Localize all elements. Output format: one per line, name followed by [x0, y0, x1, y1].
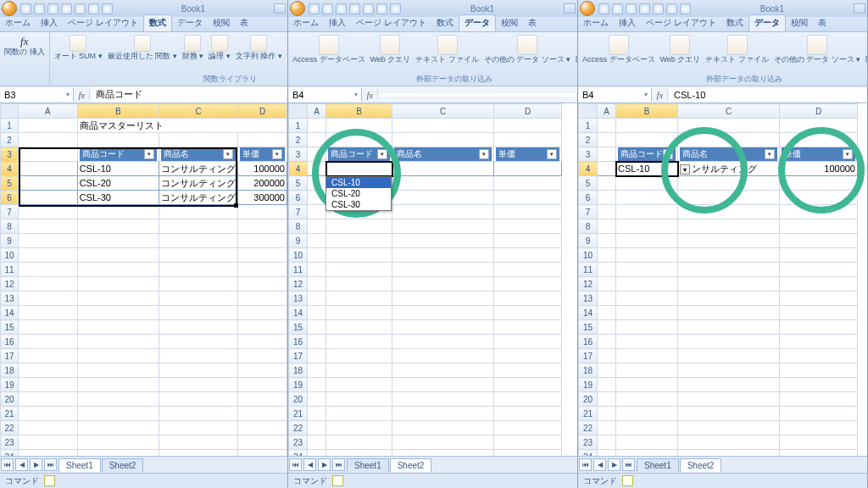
col-header-c[interactable]: C	[678, 104, 780, 119]
tab-home[interactable]: ホーム	[0, 15, 36, 31]
select-all-corner[interactable]	[1, 104, 19, 119]
formula-input[interactable]: CSL-10	[669, 88, 866, 102]
from-access-button[interactable]: Access データベース	[581, 34, 657, 64]
other-sources-button[interactable]: その他の データ ソース ▾	[772, 34, 863, 64]
logical-button[interactable]: 論理 ▾	[207, 34, 232, 61]
fx-icon[interactable]: fx	[363, 90, 378, 100]
tab-home[interactable]: ホーム	[288, 15, 324, 31]
table-header-name[interactable]: 商品名▾	[678, 147, 780, 162]
tab-formulas[interactable]: 数式	[143, 14, 172, 31]
cell-b5[interactable]: CSL-20	[77, 176, 159, 191]
from-text-button[interactable]: テキスト ファイル	[704, 34, 771, 64]
dropdown-option[interactable]: CSL-10	[326, 177, 391, 188]
col-header-d[interactable]: D	[494, 104, 562, 119]
formula-input[interactable]	[379, 93, 576, 97]
cell-d4[interactable]	[494, 162, 562, 176]
tab-layout[interactable]: ページ レイアウト	[641, 15, 721, 31]
autosum-button[interactable]: オート SUM ▾	[53, 34, 104, 61]
table-header-code[interactable]: 商品コード▾	[326, 147, 392, 162]
cell-c4[interactable]: コンサルティング	[159, 162, 238, 176]
cell-b6[interactable]: CSL-30	[77, 191, 159, 205]
insert-function-button[interactable]: fx関数の 挿入	[3, 34, 47, 57]
table-header-price[interactable]: 単価▾	[494, 147, 562, 162]
name-box[interactable]: B4	[579, 88, 652, 102]
table-header-name[interactable]: 商品名▾	[392, 147, 494, 162]
sheet-nav-last[interactable]: ⏭	[44, 458, 57, 471]
formula-input[interactable]: 商品コード	[91, 86, 287, 103]
table-header-name[interactable]: 商品名▾	[159, 147, 238, 162]
sheet-nav-prev[interactable]: ◀	[15, 458, 28, 471]
sheet-nav-prev[interactable]: ◀	[303, 458, 316, 471]
filter-dropdown-icon[interactable]: ▾	[144, 149, 154, 159]
cell-d4[interactable]: 100000	[238, 162, 287, 176]
filter-dropdown-icon[interactable]: ▾	[547, 149, 557, 159]
filter-dropdown-icon[interactable]: ▾	[843, 149, 853, 159]
filter-dropdown-icon[interactable]: ▾	[663, 149, 673, 159]
data-validation-dropdown-list[interactable]: CSL-10 CSL-20 CSL-30	[326, 176, 392, 211]
tab-layout[interactable]: ページ レイアウト	[63, 15, 143, 31]
sheet-tab-sheet1[interactable]: Sheet1	[347, 458, 389, 472]
ribbon-tabs[interactable]: ホーム 挿入 ページ レイアウト 数式 データ 校閲 表	[0, 17, 287, 32]
tab-data[interactable]: データ	[459, 14, 496, 31]
sheet-nav-first[interactable]: ⏮	[1, 458, 14, 471]
macro-record-icon[interactable]	[622, 475, 633, 486]
sheet-tab-sheet2[interactable]: Sheet2	[390, 458, 432, 472]
existing-conn-button[interactable]: 既存の 接続	[574, 34, 577, 64]
col-header-a[interactable]: A	[19, 104, 77, 119]
table-header-code[interactable]: 商品コード▾	[77, 147, 159, 162]
ribbon-tabs[interactable]: ホーム 挿入 ページ レイアウト 数式 データ 校閲 表	[578, 17, 867, 32]
sheet-nav-next[interactable]: ▶	[318, 458, 331, 471]
dropdown-option[interactable]: CSL-30	[326, 199, 391, 210]
cell-b4[interactable]: CSL-10	[616, 162, 678, 176]
col-header-b[interactable]: B	[77, 104, 159, 119]
filter-dropdown-icon[interactable]: ▾	[272, 149, 282, 159]
financial-button[interactable]: 財務 ▾	[181, 34, 206, 61]
sheet-nav-first[interactable]: ⏮	[579, 458, 592, 471]
tab-home[interactable]: ホーム	[578, 15, 614, 31]
quick-access-toolbar[interactable]	[598, 3, 691, 14]
sheet-nav-next[interactable]: ▶	[608, 458, 620, 471]
sheet-nav-last[interactable]: ⏭	[332, 458, 345, 471]
fx-icon[interactable]: fx	[653, 90, 668, 100]
tab-formulas[interactable]: 数式	[431, 15, 459, 31]
from-web-button[interactable]: Web クエリ	[659, 34, 703, 64]
cell-d4[interactable]: 100000	[780, 162, 858, 176]
macro-record-icon[interactable]	[44, 475, 55, 486]
date-button[interactable]: 日付/時刻 ▾	[286, 34, 287, 61]
cell-c4[interactable]: ▾ンサルティング	[678, 162, 780, 176]
sheet-tab-bar[interactable]: ⏮ ◀ ▶ ⏭ Sheet1 Sheet2	[0, 456, 287, 473]
tab-view[interactable]: 表	[523, 15, 542, 31]
filter-dropdown-icon[interactable]: ▾	[479, 149, 489, 159]
sheet-tab-bar[interactable]: ⏮ ◀ ▶ ⏭ Sheet1 Sheet2	[288, 456, 577, 473]
cell-b4-active[interactable]: ▾	[326, 162, 392, 176]
office-button[interactable]	[290, 1, 305, 16]
sheet-nav-first[interactable]: ⏮	[289, 458, 302, 471]
tab-insert[interactable]: 挿入	[324, 15, 351, 31]
sheet-tab-sheet1[interactable]: Sheet1	[58, 458, 101, 472]
col-header-c[interactable]: C	[392, 104, 494, 119]
quick-access-toolbar[interactable]	[20, 3, 113, 14]
filter-dropdown-icon[interactable]: ▾	[377, 149, 387, 159]
sheet-tab-bar[interactable]: ⏮ ◀ ▶ ⏭ Sheet1 Sheet2	[578, 456, 867, 473]
ribbon-tabs[interactable]: ホーム 挿入 ページ レイアウト 数式 データ 校閲 表	[288, 17, 577, 32]
select-all-corner[interactable]	[579, 104, 598, 119]
filter-dropdown-icon[interactable]: ▾	[765, 149, 775, 159]
other-sources-button[interactable]: その他の データ ソース ▾	[482, 34, 573, 64]
sheet-nav-prev[interactable]: ◀	[593, 458, 606, 471]
tab-layout[interactable]: ページ レイアウト	[351, 15, 431, 31]
sheet-tab-sheet2[interactable]: Sheet2	[680, 458, 722, 472]
tab-data[interactable]: データ	[748, 14, 786, 31]
existing-conn-button[interactable]: 既存の 接続	[864, 34, 867, 64]
tab-formulas[interactable]: 数式	[721, 15, 748, 31]
select-all-corner[interactable]	[289, 104, 308, 119]
tab-review[interactable]: 校閲	[208, 15, 235, 31]
sheet-tab-sheet1[interactable]: Sheet1	[637, 458, 679, 472]
worksheet-grid[interactable]: A B C D 1 2 3 商品コード▾ 商品名▾ 単価▾ 4 CSL-10 ▾…	[578, 103, 867, 456]
window-buttons[interactable]	[274, 3, 286, 14]
from-web-button[interactable]: Web クエリ	[369, 34, 413, 64]
col-header-d[interactable]: D	[780, 104, 858, 119]
col-header-d[interactable]: D	[238, 104, 287, 119]
cell-c6[interactable]: コンサルティング	[159, 191, 238, 205]
name-box[interactable]: B3	[1, 88, 74, 102]
tab-data[interactable]: データ	[172, 15, 208, 31]
